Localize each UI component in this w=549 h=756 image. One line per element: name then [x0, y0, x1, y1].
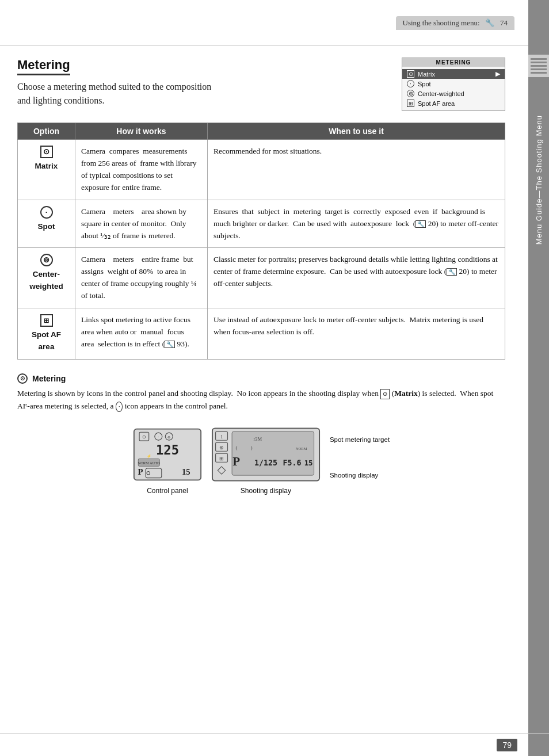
- svg-text:P: P: [232, 455, 240, 468]
- svg-text:⚡: ⚡: [147, 454, 152, 459]
- control-panel-svg: ⊙ · ⊚ 125 NORM AUTO ⚡ P 15: [133, 426, 202, 483]
- menu-item-spotaf[interactable]: ⊞ Spot AF area: [402, 98, 505, 108]
- metering-menu-box: METERING ⊙ Matrix ▶ · Spot ⊚ Center-weig…: [402, 58, 505, 111]
- matrix-table-icon: ⊙: [40, 146, 53, 158]
- svg-text:125: 125: [156, 442, 179, 457]
- title-left: Metering Choose a metering method suited…: [17, 58, 390, 108]
- spotaf-table-icon: ⊞: [40, 314, 53, 327]
- sidebar-tab: Menu Guide—The Shooting Menu: [528, 0, 549, 756]
- main-content: Metering Choose a metering method suited…: [0, 46, 528, 506]
- table-row: ⊙ Matrix Camera compares measurements fr…: [18, 140, 505, 200]
- sidebar-label: Menu Guide—The Shooting Menu: [535, 115, 543, 245]
- spot-metering-label: Spot metering target: [330, 436, 390, 444]
- menu-box-title: METERING: [402, 58, 505, 67]
- note-title: ⊙ Metering: [17, 373, 505, 384]
- page-number: 79: [497, 739, 517, 751]
- table-row: ⊚ Center-weighted Camera meters entire f…: [18, 248, 505, 308]
- spotaf-icon: ⊞: [407, 100, 414, 107]
- svg-text:r3M: r3M: [253, 436, 262, 442]
- spot-how: Camera meters area shown by square in ce…: [75, 200, 208, 248]
- menu-item-center[interactable]: ⊚ Center-weighted: [402, 89, 505, 98]
- sidebar-lines-icon: [528, 55, 549, 77]
- page-header: Using the shooting menu: 🔧 74: [0, 0, 549, 46]
- center-icon: ⊚: [407, 90, 414, 97]
- menu-box-items: ⊙ Matrix ▶ · Spot ⊚ Center-weighted ⊞ Sp…: [402, 67, 505, 110]
- matrix-how: Camera compares measurements from 256 ar…: [75, 140, 208, 200]
- title-section: Metering Choose a metering method suited…: [17, 58, 505, 111]
- page-number-bar: 79: [0, 733, 549, 756]
- svg-text:1: 1: [220, 434, 223, 440]
- note-title-icon: ⊙: [17, 373, 28, 384]
- svg-text:1/125: 1/125: [254, 459, 277, 467]
- svg-text:NORM: NORM: [296, 447, 307, 451]
- page-title: Metering: [17, 58, 70, 75]
- table-row: ⊞ Spot AFarea Links spot metering to act…: [18, 308, 505, 360]
- spot-when: Ensures that subject in metering target …: [208, 200, 505, 248]
- center-when: Classic meter for portraits; preserves b…: [208, 248, 505, 308]
- center-how: Camera meters entire frame but assigns w…: [75, 248, 208, 308]
- menu-item-matrix[interactable]: ⊙ Matrix ▶: [402, 69, 505, 79]
- shooting-display-label: Shooting display: [241, 487, 291, 495]
- table-row: · Spot Camera meters area shown by squar…: [18, 200, 505, 248]
- options-table: Option How it works When to use it ⊙ Mat…: [17, 123, 505, 360]
- center-table-icon: ⊚: [40, 254, 53, 266]
- col-header-how: How it works: [75, 123, 208, 140]
- side-labels: Spot metering target Shooting display: [330, 426, 390, 483]
- matrix-name: Matrix: [35, 161, 58, 173]
- spot-icon: ·: [407, 80, 414, 87]
- shooting-display-side-label: Shooting display: [330, 471, 390, 480]
- option-cell-matrix: ⊙ Matrix: [18, 140, 75, 200]
- menu-item-center-label: Center-weighted: [418, 90, 464, 97]
- menu-item-spotaf-label: Spot AF area: [418, 100, 455, 107]
- option-cell-spot: · Spot: [18, 200, 75, 248]
- svg-text:⊚: ⊚: [167, 435, 170, 439]
- header-tab: Using the shooting menu: 🔧 74: [396, 16, 514, 30]
- option-cell-center: ⊚ Center-weighted: [18, 248, 75, 308]
- spotaf-when: Use instead of autoexposure lock to mete…: [208, 308, 505, 360]
- col-header-option: Option: [18, 123, 75, 140]
- col-header-when: When to use it: [208, 123, 505, 140]
- center-name: Center-weighted: [29, 269, 63, 293]
- spotaf-name: Spot AFarea: [32, 329, 61, 353]
- note-matrix-icon: ⊙: [380, 389, 390, 399]
- svg-text:⊙: ⊙: [142, 434, 146, 440]
- svg-text:P: P: [138, 467, 143, 476]
- note-section: ⊙ Metering Metering is shown by icons in…: [17, 373, 505, 412]
- diagram-section: ⊙ · ⊚ 125 NORM AUTO ⚡ P 15 Contr: [17, 426, 505, 495]
- menu-item-matrix-arrow: ▶: [495, 70, 500, 78]
- menu-item-spot[interactable]: · Spot: [402, 79, 505, 89]
- matrix-when: Recommended for most situations.: [208, 140, 505, 200]
- menu-item-spot-label: Spot: [418, 81, 431, 87]
- header-text: Using the shooting menu:: [403, 18, 480, 27]
- svg-text:15: 15: [182, 467, 190, 476]
- svg-text:15: 15: [304, 459, 313, 467]
- shooting-display-svg: 1 ⊚ ⊞ P 1/125 F5.6 ( ) 15: [211, 426, 321, 483]
- svg-text:⊚: ⊚: [219, 445, 224, 450]
- header-page: 74: [500, 18, 508, 27]
- page-subtitle: Choose a metering method suited to the c…: [17, 80, 390, 108]
- svg-text:NORM AUTO: NORM AUTO: [138, 461, 160, 465]
- header-icon: 🔧: [485, 18, 494, 27]
- note-spot-icon: ·: [116, 402, 123, 412]
- svg-rect-23: [232, 432, 314, 475]
- spot-name: Spot: [38, 221, 55, 233]
- spot-table-icon: ·: [40, 206, 53, 219]
- note-title-text: Metering: [32, 374, 66, 383]
- svg-text:(           ): ( ): [235, 445, 252, 450]
- control-panel-area: ⊙ · ⊚ 125 NORM AUTO ⚡ P 15 Contr: [133, 426, 202, 495]
- spotaf-how: Links spot metering to active focus area…: [75, 308, 208, 360]
- svg-text:⊞: ⊞: [219, 456, 224, 461]
- shooting-display-area: 1 ⊚ ⊞ P 1/125 F5.6 ( ) 15: [211, 426, 321, 495]
- option-cell-spotaf: ⊞ Spot AFarea: [18, 308, 75, 360]
- matrix-icon: ⊙: [407, 70, 414, 78]
- svg-text:F5.6: F5.6: [283, 459, 301, 467]
- menu-item-matrix-label: Matrix: [418, 71, 435, 78]
- control-panel-label: Control panel: [147, 487, 188, 495]
- note-body: Metering is shown by icons in the contro…: [17, 387, 505, 412]
